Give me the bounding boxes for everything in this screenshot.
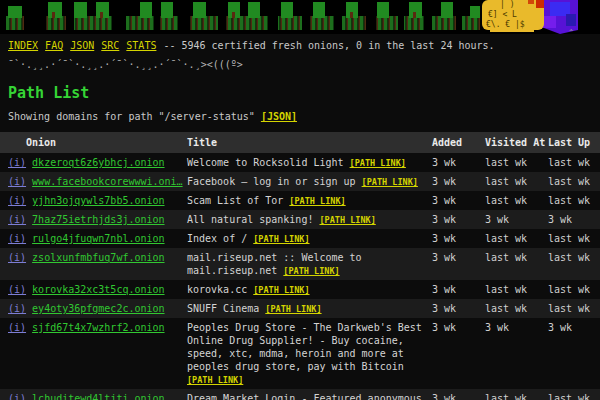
onion-link[interactable]: ey4oty36pfgmec2c.onion xyxy=(32,303,164,314)
added-cell: 3 wk xyxy=(432,389,485,400)
subtitle-json-link[interactable]: [JSON] xyxy=(261,111,297,122)
lastup-cell: last wk xyxy=(548,229,600,248)
lastup-cell: 3 wk xyxy=(548,210,600,229)
added-cell: 3 wk xyxy=(432,318,485,389)
added-cell: 3 wk xyxy=(432,280,485,299)
info-link[interactable]: (i) xyxy=(8,233,26,244)
info-link[interactable]: (i) xyxy=(8,157,26,168)
visited-cell: last wk xyxy=(485,389,548,400)
nav-link-stats[interactable]: STATS xyxy=(126,40,156,51)
added-cell: 3 wk xyxy=(432,172,485,191)
nav-summary: -- 5946 certified fresh onions, 0 in the… xyxy=(163,40,494,51)
visited-cell: last wk xyxy=(485,299,548,318)
header-last-up: Last Up xyxy=(548,132,600,153)
visited-cell: 3 wk xyxy=(485,210,548,229)
onion-link[interactable]: dkzeroqt6z6ybhcj.onion xyxy=(32,157,164,168)
visited-cell: last wk xyxy=(485,191,548,210)
onion-link[interactable]: yjhn3ojqywls7bb5.onion xyxy=(32,195,164,206)
lastup-cell: last wk xyxy=(548,280,600,299)
title-text: Scam List of Tor xyxy=(187,195,283,206)
visited-cell: last wk xyxy=(485,153,548,172)
title-text: Dream Market Login - Featured anonymous … xyxy=(187,393,422,400)
header-added: Added xyxy=(432,132,485,153)
info-link[interactable]: (i) xyxy=(8,252,26,263)
table-row: (i) www.facebookcorewwwi.oni…Facebook – … xyxy=(0,172,600,191)
path-link[interactable]: [PATH LINK] xyxy=(319,215,375,225)
banner: | ) €] < L €\. € |$ ∸ xyxy=(0,0,600,34)
path-list-table: Onion Title Added Visited At Last Up (i)… xyxy=(0,132,600,400)
title-text: All natural spanking! xyxy=(187,214,313,225)
info-link[interactable]: (i) xyxy=(8,322,26,333)
wave-fish-ascii-art: ¯`·.¸¸.·´¯`·.¸¸.·´¯`·.¸¸.·´¯`·.¸><(((º> xyxy=(0,52,600,71)
title-text: Welcome to Rocksolid Light xyxy=(187,157,344,168)
added-cell: 3 wk xyxy=(432,248,485,280)
banner-corner-glyph: ∸ xyxy=(569,27,573,34)
added-cell: 3 wk xyxy=(432,191,485,210)
info-link[interactable]: (i) xyxy=(8,214,26,225)
info-link[interactable]: (i) xyxy=(8,284,26,295)
path-link[interactable]: [PATH LINK] xyxy=(283,266,339,276)
header-visited-at: Visited At xyxy=(485,132,548,153)
onion-link[interactable]: korovka32xc3t5cq.onion xyxy=(32,284,164,295)
visited-cell: last wk xyxy=(485,229,548,248)
banner-art-text-bot: €\. € |$ xyxy=(486,20,525,29)
info-link[interactable]: (i) xyxy=(8,303,26,314)
lastup-cell: last wk xyxy=(548,191,600,210)
subtitle-text: Showing domains for path "/server-status… xyxy=(8,111,255,122)
lastup-cell: 3 wk xyxy=(548,318,600,389)
onion-link[interactable]: 7haz75ietrhjds3j.onion xyxy=(32,214,164,225)
onion-link[interactable]: sjfd67t4x7wzhrf2.onion xyxy=(32,322,164,333)
info-link[interactable]: (i) xyxy=(8,176,26,187)
header-onion: Onion xyxy=(0,132,187,153)
path-link[interactable]: [PATH LINK] xyxy=(289,196,345,206)
path-link[interactable]: [PATH LINK] xyxy=(362,177,418,187)
nav-link-index[interactable]: INDEX xyxy=(8,40,38,51)
info-link[interactable]: (i) xyxy=(8,195,26,206)
added-cell: 3 wk xyxy=(432,210,485,229)
title-text: Index of / xyxy=(187,233,247,244)
path-link[interactable]: [PATH LINK] xyxy=(253,285,309,295)
table-row: (i) rulgo4jfuqwn7nbl.onionIndex of / [PA… xyxy=(0,229,600,248)
nav-link-json[interactable]: JSON xyxy=(70,40,94,51)
visited-cell: last wk xyxy=(485,280,548,299)
table-body: (i) dkzeroqt6z6ybhcj.onionWelcome to Roc… xyxy=(0,153,600,400)
page-title: Path List xyxy=(8,84,600,102)
title-text: SNUFF Cinema xyxy=(187,303,259,314)
title-text: korovka.cc xyxy=(187,284,247,295)
path-link[interactable]: [PATH LINK] xyxy=(350,158,406,168)
added-cell: 3 wk xyxy=(432,299,485,318)
nav-bar: INDEXFAQJSONSRCSTATS-- 5946 certified fr… xyxy=(0,34,600,52)
path-link[interactable]: [PATH LINK] xyxy=(265,304,321,314)
title-text: Facebook – log in or sign up xyxy=(187,176,356,187)
visited-cell: last wk xyxy=(485,248,548,280)
visited-cell: 3 wk xyxy=(485,318,548,389)
nav-link-src[interactable]: SRC xyxy=(101,40,119,51)
subtitle: Showing domains for path "/server-status… xyxy=(8,110,600,123)
onion-link[interactable]: www.facebookcorewwwi.oni… xyxy=(32,176,183,187)
lastup-cell: last wk xyxy=(548,299,600,318)
table-row: (i) yjhn3ojqywls7bb5.onionScam List of T… xyxy=(0,191,600,210)
onion-link[interactable]: rulgo4jfuqwn7nbl.onion xyxy=(32,233,164,244)
table-row: (i) dkzeroqt6z6ybhcj.onionWelcome to Roc… xyxy=(0,153,600,172)
table-row: (i) lchuditewd4ltjti.onionDream Market L… xyxy=(0,389,600,400)
onion-link[interactable]: zsolxunfmbfuq7wf.onion xyxy=(32,252,164,263)
lastup-cell: last wk xyxy=(548,153,600,172)
lastup-cell: last wk xyxy=(548,248,600,280)
info-link[interactable]: (i) xyxy=(8,393,26,400)
banner-ascii-art: | ) €] < L €\. € |$ ∸ xyxy=(0,0,600,34)
path-link[interactable]: [PATH LINK] xyxy=(253,234,309,244)
nav-link-faq[interactable]: FAQ xyxy=(45,40,63,51)
added-cell: 3 wk xyxy=(432,153,485,172)
onion-link[interactable]: lchuditewd4ltjti.onion xyxy=(32,393,164,400)
lastup-cell: last wk xyxy=(548,389,600,400)
table-header-row: Onion Title Added Visited At Last Up xyxy=(0,132,600,153)
table-row: (i) korovka32xc3t5cq.onionkorovka.cc [PA… xyxy=(0,280,600,299)
path-link[interactable]: [PATH LINK] xyxy=(187,375,243,385)
added-cell: 3 wk xyxy=(432,229,485,248)
visited-cell: last wk xyxy=(485,172,548,191)
table-row: (i) zsolxunfmbfuq7wf.onionmail.riseup.ne… xyxy=(0,248,600,280)
table-row: (i) 7haz75ietrhjds3j.onionAll natural sp… xyxy=(0,210,600,229)
banner-art-text-mid: €] < L xyxy=(488,10,517,19)
table-row: (i) sjfd67t4x7wzhrf2.onionPeoples Drug S… xyxy=(0,318,600,389)
table-row: (i) ey4oty36pfgmec2c.onionSNUFF Cinema [… xyxy=(0,299,600,318)
